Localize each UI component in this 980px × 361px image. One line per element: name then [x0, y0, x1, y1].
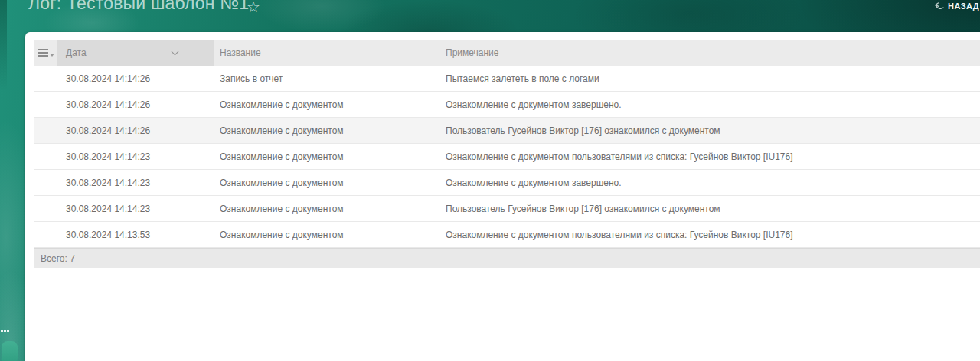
log-table: Дата Название Примечание 30.08.2024 14:1… — [34, 40, 980, 268]
drag-handle-dots-icon[interactable] — [1, 330, 9, 332]
cell-date: 30.08.2024 14:14:23 — [57, 203, 214, 214]
cell-name: Запись в отчет — [214, 73, 439, 84]
cell-name: Ознакомление с документом — [214, 151, 439, 162]
table-row[interactable]: 30.08.2024 14:14:23 Ознакомление с докум… — [34, 196, 980, 222]
log-panel: Дата Название Примечание 30.08.2024 14:1… — [25, 32, 980, 361]
background-edge-shade — [0, 0, 7, 90]
cell-date: 30.08.2024 14:13:53 — [57, 229, 214, 240]
cell-note: Ознакомление с документом пользователями… — [439, 151, 980, 162]
column-header-note[interactable]: Примечание — [439, 40, 980, 66]
column-header-date-label: Дата — [66, 47, 87, 58]
table-footer: Всего: 7 — [34, 248, 980, 268]
table-row[interactable]: 30.08.2024 14:14:26 Ознакомление с докум… — [34, 118, 980, 144]
table-row[interactable]: 30.08.2024 14:14:23 Ознакомление с докум… — [34, 170, 980, 196]
cell-note: Ознакомление с документом завершено. — [439, 99, 980, 110]
menu-caret-icon — [50, 54, 54, 57]
cell-note: Ознакомление с документом завершено. — [439, 177, 980, 188]
cell-date: 30.08.2024 14:14:23 — [57, 151, 214, 162]
table-row[interactable]: 30.08.2024 14:14:23 Ознакомление с докум… — [34, 144, 980, 170]
back-button[interactable]: НАЗАД — [934, 2, 979, 11]
cell-name: Ознакомление с документом — [214, 125, 439, 136]
table-header: Дата Название Примечание — [34, 40, 980, 66]
page-title: Лог: Тестовый шаблон №1 — [28, 0, 249, 14]
sort-chevron-icon[interactable] — [172, 48, 179, 56]
hamburger-icon — [38, 49, 48, 57]
back-button-label: НАЗАД — [948, 2, 979, 11]
cell-date: 30.08.2024 14:14:23 — [57, 177, 214, 188]
cell-date: 30.08.2024 14:14:26 — [57, 125, 214, 136]
cell-name: Ознакомление с документом — [214, 177, 439, 188]
columns-menu-button[interactable] — [34, 40, 57, 66]
column-header-name-label: Название — [220, 47, 261, 58]
column-header-note-label: Примечание — [446, 47, 498, 58]
cell-note: Ознакомление с документом пользователями… — [439, 229, 980, 240]
cell-note: Пытаемся залететь в поле с логами — [439, 73, 980, 84]
cell-name: Ознакомление с документом — [214, 203, 439, 214]
table-row[interactable]: 30.08.2024 14:14:26 Ознакомление с докум… — [34, 92, 980, 118]
favorite-star-icon[interactable]: ☆ — [247, 0, 260, 15]
app-window: Лог: Тестовый шаблон №1 ☆ НАЗАД Дата Наз… — [0, 0, 980, 361]
back-arrow-icon — [934, 2, 944, 11]
column-header-date[interactable]: Дата — [57, 40, 214, 66]
bottom-left-button[interactable] — [2, 341, 18, 361]
cell-date: 30.08.2024 14:14:26 — [57, 99, 214, 110]
cell-note: Пользователь Гусейнов Виктор [176] ознак… — [439, 125, 980, 136]
column-header-name[interactable]: Название — [214, 40, 439, 66]
cell-date: 30.08.2024 14:14:26 — [57, 73, 214, 84]
table-row[interactable]: 30.08.2024 14:14:26 Запись в отчет Пытае… — [34, 66, 980, 92]
cell-note: Пользователь Гусейнов Виктор [176] ознак… — [439, 203, 980, 214]
cell-name: Ознакомление с документом — [214, 99, 439, 110]
cell-name: Ознакомление с документом — [214, 229, 439, 240]
table-row[interactable]: 30.08.2024 14:13:53 Ознакомление с докум… — [34, 222, 980, 248]
total-count-label: Всего: 7 — [41, 253, 75, 264]
